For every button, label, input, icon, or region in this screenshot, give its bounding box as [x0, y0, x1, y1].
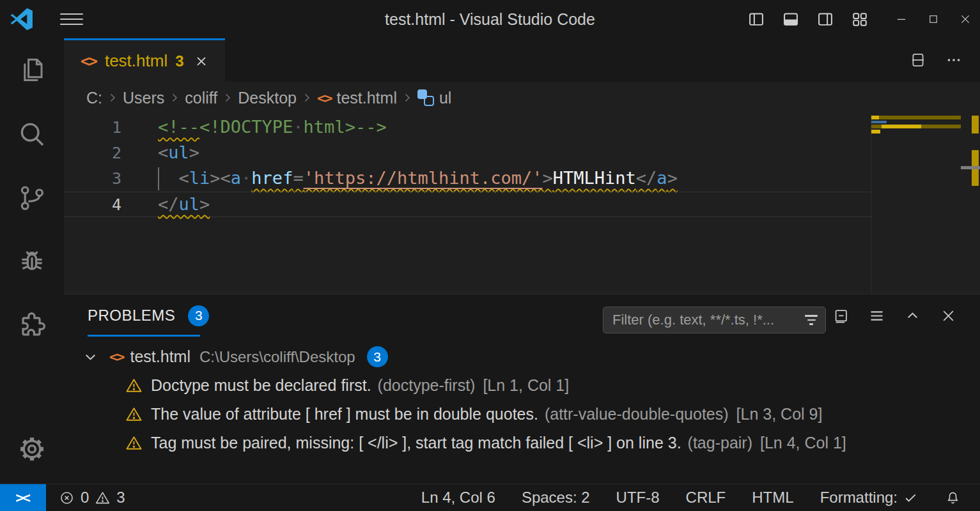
problem-message: Tag must be paired, missing: [ </li> ], … — [151, 434, 681, 452]
customize-layout-icon[interactable] — [851, 10, 869, 28]
run-debug-icon[interactable] — [17, 245, 47, 276]
tab-problems[interactable]: PROBLEMS 3 — [88, 294, 209, 337]
breadcrumb-item[interactable]: <>test.html — [317, 89, 397, 107]
menu-button[interactable] — [60, 13, 83, 25]
problems-file-name: test.html — [130, 347, 191, 366]
toggle-secondary-sidebar-icon[interactable] — [816, 10, 834, 28]
problem-row[interactable]: The value of attribute [ href ] must be … — [64, 400, 980, 429]
remote-indicator[interactable]: >< — [0, 484, 46, 511]
problem-location: [Ln 1, Col 1] — [483, 376, 569, 395]
line-number: 4 — [64, 192, 158, 217]
tab-close-icon[interactable] — [194, 54, 208, 68]
code-token: > — [667, 168, 678, 188]
problems-panel: PROBLEMS 3 <> test.html — [64, 294, 980, 484]
code-line[interactable]: 4</ul> — [64, 192, 871, 217]
problems-file-row[interactable]: <> test.html C:\Users\coliff\Desktop 3 — [64, 342, 980, 371]
breadcrumb-item[interactable]: Users — [123, 89, 164, 107]
breadcrumb-item[interactable]: coliff — [185, 89, 217, 107]
search-icon[interactable] — [17, 119, 47, 149]
code-token: <!-- — [158, 117, 199, 137]
toggle-panel-icon[interactable] — [782, 10, 800, 28]
file-problems-badge: 3 — [367, 346, 388, 367]
code-token: </ — [158, 194, 179, 214]
language-mode[interactable]: HTML — [752, 489, 793, 507]
breadcrumb-chevron-icon — [300, 91, 313, 104]
extensions-icon[interactable] — [17, 309, 47, 340]
code-token: > — [210, 168, 220, 188]
toggle-primary-sidebar-icon[interactable] — [747, 10, 765, 28]
warning-squiggle: HTMLHint — [553, 168, 636, 188]
warning-icon — [125, 377, 143, 394]
notifications-bell-icon[interactable] — [945, 490, 961, 506]
encoding[interactable]: UTF-8 — [616, 489, 660, 507]
settings-gear-icon[interactable] — [17, 434, 47, 464]
lightbulb-icon[interactable] — [160, 170, 172, 188]
code-token: < — [221, 168, 231, 188]
problem-row[interactable]: Doctype must be declared first.(doctype-… — [64, 371, 980, 400]
status-problems[interactable]: 0 3 — [59, 489, 125, 507]
explorer-icon[interactable] — [17, 55, 47, 86]
tab-bar: <> test.html 3 — [64, 38, 980, 82]
chevron-down-icon[interactable] — [82, 348, 99, 365]
code-token: 'https://htmlhint.com/' — [304, 168, 543, 188]
problem-rule-code: (doctype-first) — [378, 376, 476, 395]
maximize-button[interactable] — [928, 13, 939, 25]
breadcrumb-item[interactable]: ul — [417, 89, 451, 107]
status-bar: >< 0 3 Ln 4, Col 6 Spaces: 2 UTF-8 CRLF … — [0, 484, 980, 511]
overview-ruler[interactable] — [961, 115, 980, 294]
title-bar: test.html - Visual Studio Code — [0, 0, 980, 38]
code-token: > — [199, 194, 210, 214]
code-line[interactable]: 1<!--<!DOCTYPE·html>--> — [64, 115, 871, 141]
warning-squiggle: = — [293, 168, 303, 188]
code-token: href — [251, 168, 293, 188]
code-token: HTMLHint — [553, 168, 636, 188]
line-number: 3 — [64, 166, 158, 192]
cursor-position[interactable]: Ln 4, Col 6 — [421, 489, 495, 507]
line-content: <!--<!DOCTYPE·html>--> — [158, 115, 871, 141]
problems-filter[interactable] — [603, 307, 826, 333]
editor-group: <> test.html 3 C:UserscoliffDesktop<>tes… — [64, 38, 980, 294]
maximize-panel-icon[interactable] — [904, 307, 921, 324]
warning-squiggle: ul — [179, 194, 200, 214]
tab-test-html[interactable]: <> test.html 3 — [64, 38, 225, 82]
editor[interactable]: C:UserscoliffDesktop<>test.htmlul 1<!--<… — [64, 82, 980, 294]
eol-sequence[interactable]: CRLF — [686, 489, 726, 507]
warning-squiggle: > — [199, 194, 210, 214]
close-window-button[interactable] — [960, 13, 971, 25]
breadcrumb-item[interactable]: Desktop — [238, 89, 297, 107]
warning-squiggle: a — [657, 168, 667, 188]
filter-icon[interactable] — [804, 312, 819, 328]
minimize-button[interactable] — [896, 13, 907, 25]
breadcrumb-label: coliff — [185, 89, 217, 107]
minimap[interactable] — [871, 115, 961, 294]
breadcrumb-chevron-icon — [168, 91, 181, 104]
html-file-icon: <> — [109, 349, 124, 365]
breadcrumb-label: C: — [86, 89, 102, 107]
more-actions-icon[interactable] — [945, 52, 962, 68]
code-line[interactable]: 3 <li><a·href='https://htmlhint.com/'>HT… — [64, 166, 871, 192]
view-as-table-icon[interactable] — [868, 307, 885, 324]
code-token: a — [657, 168, 667, 188]
formatting-label: Formatting: — [820, 489, 898, 507]
breadcrumb-item[interactable]: C: — [86, 89, 102, 107]
warning-squiggle: <!-- — [158, 117, 199, 137]
breadcrumb-label: Desktop — [238, 89, 297, 107]
breadcrumb-label: test.html — [336, 89, 396, 107]
code-line[interactable]: 2<ul> — [64, 141, 871, 166]
indentation[interactable]: Spaces: 2 — [522, 489, 590, 507]
activity-bar — [0, 38, 64, 484]
problem-row[interactable]: Tag must be paired, missing: [ </li> ], … — [64, 429, 980, 457]
error-count: 0 — [81, 489, 89, 507]
warning-squiggle: </ — [636, 168, 657, 188]
breadcrumb-chevron-icon — [401, 91, 414, 104]
code-token: a — [231, 168, 241, 188]
problem-items: Doctype must be declared first.(doctype-… — [64, 371, 980, 457]
problem-location: [Ln 4, Col 1] — [760, 434, 846, 452]
split-editor-icon[interactable] — [910, 52, 926, 68]
filter-input[interactable] — [612, 312, 804, 328]
source-control-icon[interactable] — [17, 183, 47, 213]
line-content: <li><a·href='https://htmlhint.com/'>HTML… — [158, 166, 871, 192]
formatting-status[interactable]: Formatting: — [820, 489, 919, 507]
close-panel-icon[interactable] — [940, 307, 957, 324]
collapse-all-icon[interactable] — [832, 307, 850, 324]
